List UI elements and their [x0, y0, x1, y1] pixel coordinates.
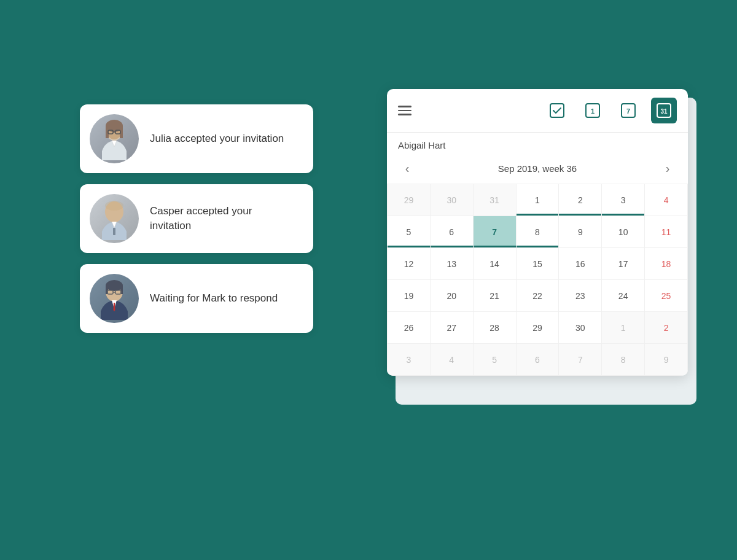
calendar-cell[interactable]: 11: [645, 216, 688, 248]
hamburger-menu-icon[interactable]: [398, 106, 411, 115]
calendar-cell[interactable]: 9: [645, 344, 688, 376]
calendar-cell[interactable]: 19: [388, 280, 431, 312]
calendar-cell[interactable]: 6: [430, 216, 473, 248]
calendar-cell[interactable]: 21: [473, 280, 516, 312]
calendar-cell[interactable]: 20: [430, 280, 473, 312]
calendar-cell[interactable]: 8: [602, 344, 645, 376]
calendar-cell[interactable]: 9: [559, 216, 602, 248]
calendar-cell[interactable]: 28: [473, 312, 516, 344]
calendar-cell[interactable]: 2: [645, 312, 688, 344]
notifications-panel: Julia accepted your invitation Casper ac…: [80, 104, 313, 333]
calendar-cell[interactable]: 30: [559, 312, 602, 344]
mark-avatar: [90, 274, 139, 323]
calendar-cell[interactable]: 2: [559, 184, 602, 216]
calendar-cell[interactable]: 15: [516, 248, 559, 280]
julia-notif-text: Julia accepted your invitation: [150, 131, 284, 146]
svg-rect-10: [113, 228, 115, 235]
calendar-cell[interactable]: 3: [388, 344, 431, 376]
calendar-cell[interactable]: 23: [559, 280, 602, 312]
calendar-cell[interactable]: 31: [473, 184, 516, 216]
cal-nav-title: Sep 2019, week 36: [498, 163, 577, 174]
notif-card-julia[interactable]: Julia accepted your invitation: [80, 104, 313, 173]
notif-card-mark[interactable]: Waiting for Mark to respond: [80, 264, 313, 333]
calendar-cell[interactable]: 1: [516, 184, 559, 216]
calendar-cell[interactable]: 3: [602, 184, 645, 216]
cal-username: Abigail Hart: [387, 133, 688, 155]
calendar-cell[interactable]: 8: [516, 216, 559, 248]
calendar-wrapper: 1 7 31 Abigail Hart ‹ Sep 2019, week 36: [387, 89, 688, 376]
month-view-icon[interactable]: 31: [651, 98, 677, 123]
calendar-cell[interactable]: 5: [388, 216, 431, 248]
calendar-cell[interactable]: 25: [645, 280, 688, 312]
notif-card-casper[interactable]: Casper accepted your invitation: [80, 184, 313, 253]
calendar-card: 1 7 31 Abigail Hart ‹ Sep 2019, week 36: [387, 89, 688, 376]
calendar-cell[interactable]: 13: [430, 248, 473, 280]
calendar-week-row: 19202122232425: [388, 280, 688, 312]
calendar-cell[interactable]: 6: [516, 344, 559, 376]
cal-nav: ‹ Sep 2019, week 36 ›: [387, 155, 688, 184]
calendar-grid: 2930311234567891011121314151617181920212…: [387, 184, 688, 376]
svg-point-9: [105, 201, 123, 211]
calendar-week-row: 12131415161718: [388, 248, 688, 280]
calendar-cell[interactable]: 5: [473, 344, 516, 376]
casper-notif-text: Casper accepted your invitation: [150, 204, 296, 233]
day-view-icon[interactable]: 1: [580, 98, 606, 123]
task-view-icon[interactable]: [544, 98, 570, 123]
calendar-cell[interactable]: 29: [516, 312, 559, 344]
calendar-cell[interactable]: 7: [473, 216, 516, 248]
week-view-icon[interactable]: 7: [615, 98, 641, 123]
calendar-cell[interactable]: 18: [645, 248, 688, 280]
calendar-cell[interactable]: 12: [388, 248, 431, 280]
calendar-cell[interactable]: 27: [430, 312, 473, 344]
julia-avatar: [90, 114, 139, 163]
calendar-cell[interactable]: 29: [388, 184, 431, 216]
calendar-cell[interactable]: 24: [602, 280, 645, 312]
calendar-cell[interactable]: 1: [602, 312, 645, 344]
calendar-cell[interactable]: 4: [645, 184, 688, 216]
casper-avatar: [90, 194, 139, 243]
calendar-cell[interactable]: 17: [602, 248, 645, 280]
calendar-week-row: 2930311234: [388, 184, 688, 216]
calendar-cell[interactable]: 10: [602, 216, 645, 248]
calendar-week-row: 567891011: [388, 216, 688, 248]
calendar-cell[interactable]: 26: [388, 312, 431, 344]
svg-text:7: 7: [626, 107, 630, 115]
calendar-cell[interactable]: 16: [559, 248, 602, 280]
prev-week-button[interactable]: ‹: [398, 159, 416, 177]
svg-text:31: 31: [660, 108, 668, 115]
cal-toolbar: 1 7 31: [387, 89, 688, 133]
svg-rect-18: [550, 104, 564, 117]
calendar-cell[interactable]: 4: [430, 344, 473, 376]
mark-notif-text: Waiting for Mark to respond: [150, 291, 278, 306]
svg-text:1: 1: [591, 107, 595, 115]
calendar-cell[interactable]: 22: [516, 280, 559, 312]
svg-point-12: [106, 280, 123, 291]
calendar-cell[interactable]: 14: [473, 248, 516, 280]
calendar-cell[interactable]: 7: [559, 344, 602, 376]
calendar-cell[interactable]: 30: [430, 184, 473, 216]
calendar-week-row: 3456789: [388, 344, 688, 376]
calendar-week-row: 262728293012: [388, 312, 688, 344]
next-week-button[interactable]: ›: [658, 159, 677, 177]
